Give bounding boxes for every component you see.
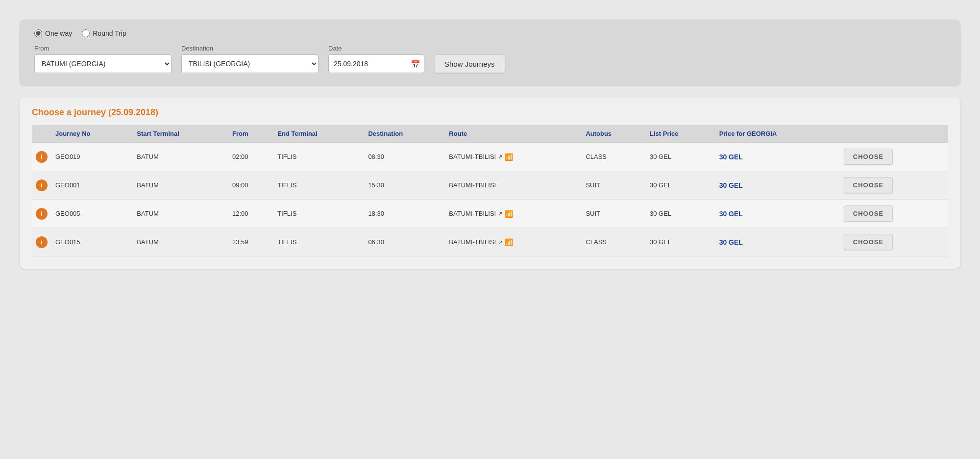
start-terminal-cell: BATUM <box>133 228 228 256</box>
route-text: BATUMI-TBILISI <box>449 181 496 189</box>
price-gel-value: 30 GEL <box>719 238 743 246</box>
info-cell: i <box>32 228 51 256</box>
choose-cell: CHOOSE <box>840 171 948 200</box>
one-way-radio[interactable] <box>34 29 42 37</box>
date-input[interactable]: 25.09.2018 <box>328 54 407 73</box>
from-time-cell: 12:00 <box>228 200 273 228</box>
end-terminal-cell: TIFLIS <box>273 200 364 228</box>
info-icon[interactable]: i <box>36 151 48 163</box>
info-icon[interactable]: i <box>36 208 48 220</box>
journey-no-cell: GEO019 <box>51 143 133 171</box>
antenna-icon: ↗ <box>498 210 503 217</box>
route-cell: BATUMI-TBILISI <box>445 171 582 200</box>
destination-field-group: Destination TBILISI (GEORGIA) <box>181 45 318 73</box>
destination-select[interactable]: TBILISI (GEORGIA) <box>181 54 318 73</box>
antenna-icon: ↗ <box>498 153 503 160</box>
info-icon[interactable]: i <box>36 236 48 248</box>
date-wrapper: 25.09.2018 📅 <box>328 54 424 73</box>
col-from: From <box>228 125 273 143</box>
route-cell: BATUMI-TBILISI↗📶 <box>445 143 582 171</box>
info-cell: i <box>32 171 51 200</box>
price-gel-value: 30 GEL <box>719 181 743 189</box>
autobus-cell: SUIT <box>582 200 646 228</box>
choose-cell: CHOOSE <box>840 200 948 228</box>
price-georgia-cell: 30 GEL <box>715 171 840 200</box>
col-route: Route <box>445 125 582 143</box>
col-journey-no: Journey No <box>51 125 133 143</box>
autobus-cell: CLASS <box>582 228 646 256</box>
choose-button[interactable]: CHOOSE <box>844 149 893 165</box>
route-text: BATUMI-TBILISI <box>449 210 496 217</box>
results-panel: Choose a journey (25.09.2018) Journey No… <box>20 98 960 269</box>
wifi-icon: 📶 <box>505 238 513 246</box>
choose-cell: CHOOSE <box>840 143 948 171</box>
journey-no-cell: GEO001 <box>51 171 133 200</box>
choose-button[interactable]: CHOOSE <box>844 205 893 222</box>
choose-button[interactable]: CHOOSE <box>844 234 893 250</box>
end-terminal-cell: TIFLIS <box>273 171 364 200</box>
choose-cell: CHOOSE <box>840 228 948 256</box>
from-select[interactable]: BATUMI (GEORGIA) <box>34 54 172 73</box>
info-icon[interactable]: i <box>36 179 48 191</box>
from-label: From <box>34 45 172 52</box>
col-end-terminal: End Terminal <box>273 125 364 143</box>
route-text: BATUMI-TBILISI <box>449 238 496 246</box>
from-time-cell: 02:00 <box>228 143 273 171</box>
destination-time-cell: 08:30 <box>364 143 445 171</box>
calendar-icon: 📅 <box>411 59 420 69</box>
autobus-cell: CLASS <box>582 143 646 171</box>
table-row: iGEO019BATUM02:00TIFLIS08:30BATUMI-TBILI… <box>32 143 948 171</box>
price-gel-value: 30 GEL <box>719 153 743 161</box>
journeys-table: Journey No Start Terminal From End Termi… <box>32 125 948 256</box>
wifi-icon: 📶 <box>505 210 513 218</box>
table-body: iGEO019BATUM02:00TIFLIS08:30BATUMI-TBILI… <box>32 143 948 256</box>
end-terminal-cell: TIFLIS <box>273 143 364 171</box>
one-way-label: One way <box>45 29 72 37</box>
price-gel-value: 30 GEL <box>719 210 743 218</box>
list-price-cell: 30 GEL <box>646 228 715 256</box>
trip-type-row: One way Round Trip <box>34 29 946 37</box>
price-georgia-cell: 30 GEL <box>715 200 840 228</box>
list-price-cell: 30 GEL <box>646 200 715 228</box>
route-cell: BATUMI-TBILISI↗📶 <box>445 200 582 228</box>
route-cell: BATUMI-TBILISI↗📶 <box>445 228 582 256</box>
wifi-icon: 📶 <box>505 153 513 161</box>
from-time-cell: 09:00 <box>228 171 273 200</box>
info-cell: i <box>32 200 51 228</box>
start-terminal-cell: BATUM <box>133 143 228 171</box>
show-journeys-button[interactable]: Show Journeys <box>434 54 505 73</box>
table-header: Journey No Start Terminal From End Termi… <box>32 125 948 143</box>
header-row: Journey No Start Terminal From End Termi… <box>32 125 948 143</box>
date-label: Date <box>328 45 424 52</box>
route-text: BATUMI-TBILISI <box>449 153 496 160</box>
date-field-group: Date 25.09.2018 📅 <box>328 45 424 73</box>
price-georgia-cell: 30 GEL <box>715 228 840 256</box>
from-time-cell: 23:59 <box>228 228 273 256</box>
col-list-price: List Price <box>646 125 715 143</box>
choose-button[interactable]: CHOOSE <box>844 177 893 193</box>
from-field-group: From BATUMI (GEORGIA) <box>34 45 172 73</box>
table-row: iGEO005BATUM12:00TIFLIS18:30BATUMI-TBILI… <box>32 200 948 228</box>
list-price-cell: 30 GEL <box>646 143 715 171</box>
start-terminal-cell: BATUM <box>133 200 228 228</box>
journey-no-cell: GEO005 <box>51 200 133 228</box>
journey-no-cell: GEO015 <box>51 228 133 256</box>
round-trip-option[interactable]: Round Trip <box>82 29 126 37</box>
col-info <box>32 125 51 143</box>
antenna-icon: ↗ <box>498 239 503 246</box>
calendar-button[interactable]: 📅 <box>407 54 424 73</box>
round-trip-radio[interactable] <box>82 29 90 37</box>
list-price-cell: 30 GEL <box>646 171 715 200</box>
one-way-option[interactable]: One way <box>34 29 72 37</box>
price-georgia-cell: 30 GEL <box>715 143 840 171</box>
start-terminal-cell: BATUM <box>133 171 228 200</box>
autobus-cell: SUIT <box>582 171 646 200</box>
col-action <box>840 125 948 143</box>
round-trip-label: Round Trip <box>93 29 126 37</box>
table-row: iGEO001BATUM09:00TIFLIS15:30BATUMI-TBILI… <box>32 171 948 200</box>
destination-label: Destination <box>181 45 318 52</box>
search-panel: One way Round Trip From BATUMI (GEORGIA)… <box>20 20 960 85</box>
destination-time-cell: 06:30 <box>364 228 445 256</box>
results-title: Choose a journey (25.09.2018) <box>32 107 948 118</box>
destination-time-cell: 15:30 <box>364 171 445 200</box>
